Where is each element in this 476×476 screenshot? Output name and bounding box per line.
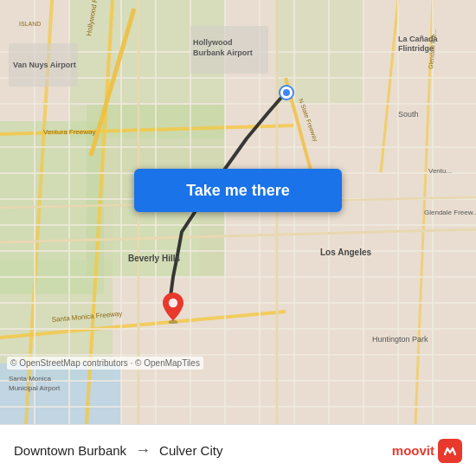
svg-text:Los Angeles: Los Angeles [320, 248, 372, 257]
origin-label: Downtown Burbank [14, 443, 126, 458]
moovit-logo: moovit [392, 439, 462, 463]
origin-marker [280, 87, 293, 99]
arrow-icon: → [135, 441, 151, 460]
bottom-bar: Downtown Burbank → Culver City moovit [0, 424, 476, 476]
svg-text:Ventura Freeway: Ventura Freeway [43, 128, 95, 136]
take-me-there-button[interactable]: Take me there [134, 169, 342, 212]
route-info: Downtown Burbank → Culver City [14, 441, 222, 460]
svg-text:Beverly Hills: Beverly Hills [128, 254, 180, 263]
svg-text:Burbank Airport: Burbank Airport [193, 48, 253, 57]
svg-rect-7 [0, 363, 121, 424]
map-container: Van Nuys Airport Hollywood Burbank Airpo… [0, 0, 476, 424]
svg-text:Huntington Park: Huntington Park [372, 335, 428, 344]
svg-point-69 [169, 299, 177, 307]
svg-text:Municipal Airport: Municipal Airport [9, 384, 61, 392]
destination-label: Culver City [159, 443, 222, 458]
svg-text:South: South [398, 110, 419, 119]
svg-text:Glendale Freew...: Glendale Freew... [424, 209, 476, 216]
moovit-icon [438, 439, 462, 463]
svg-text:Van Nuys Airport: Van Nuys Airport [13, 61, 76, 69]
svg-text:Hollywood: Hollywood [193, 38, 233, 47]
moovit-text: moovit [392, 443, 434, 458]
svg-text:Ventu...: Ventu... [428, 167, 452, 175]
svg-text:Santa Monica: Santa Monica [9, 375, 51, 383]
svg-text:ISLAND: ISLAND [19, 21, 41, 27]
map-attribution: © OpenStreetMap contributors · © OpenMap… [7, 357, 203, 370]
destination-pin [161, 293, 185, 324]
